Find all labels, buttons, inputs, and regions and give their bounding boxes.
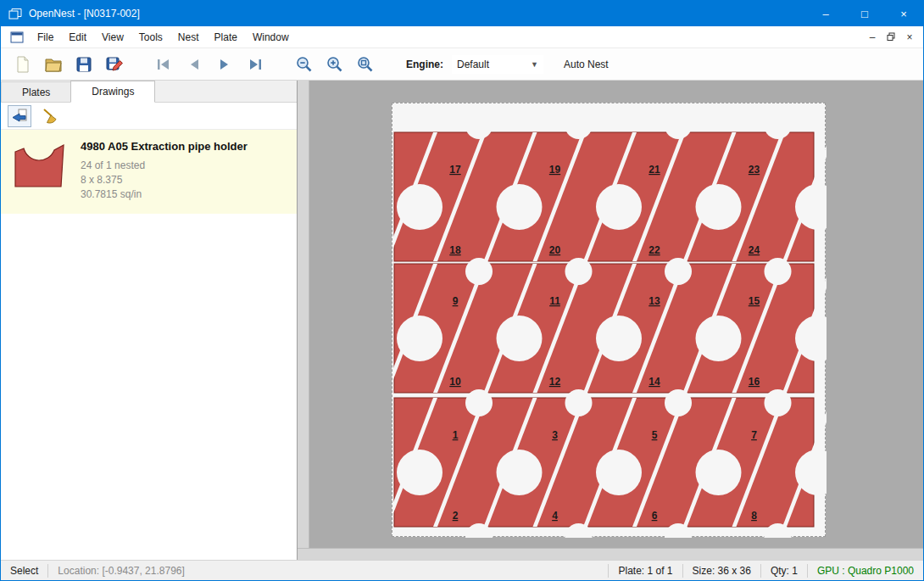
drawings-toolbar bbox=[1, 103, 297, 130]
tabstrip: Plates Drawings bbox=[1, 81, 297, 103]
canvas-viewport[interactable]: 171921231820222491113151012141613572468 bbox=[309, 81, 923, 548]
sidebar: Plates Drawings 4980 A05 Extraction pipe… bbox=[1, 81, 298, 560]
horizontal-scrollbar[interactable] bbox=[298, 548, 923, 560]
part-label[interactable]: 16 bbox=[749, 376, 760, 388]
save-button[interactable] bbox=[69, 52, 99, 77]
part-label[interactable]: 20 bbox=[549, 244, 561, 256]
go-first-button[interactable] bbox=[148, 52, 179, 77]
close-button[interactable]: × bbox=[884, 1, 923, 26]
nest-plate[interactable]: 171921231820222491113151012141613572468 bbox=[392, 103, 826, 537]
part-label[interactable]: 22 bbox=[648, 244, 660, 256]
status-qty: Qty: 1 bbox=[761, 565, 807, 577]
part-label[interactable]: 15 bbox=[749, 295, 760, 307]
part-label[interactable]: 4 bbox=[552, 510, 558, 522]
go-last-button[interactable] bbox=[240, 52, 270, 77]
app-icon bbox=[8, 8, 22, 20]
mdi-close-button[interactable]: × bbox=[903, 31, 916, 43]
status-gpu: GPU : Quadro P1000 bbox=[808, 565, 923, 577]
maximize-button[interactable]: □ bbox=[845, 1, 884, 26]
part-label[interactable]: 12 bbox=[549, 376, 561, 388]
part-label[interactable]: 11 bbox=[549, 295, 560, 307]
part-label[interactable]: 10 bbox=[449, 376, 461, 388]
go-last-icon bbox=[246, 55, 264, 74]
part-thumbnail bbox=[13, 140, 67, 189]
go-next-button[interactable] bbox=[209, 52, 240, 77]
open-folder-icon bbox=[44, 55, 63, 74]
import-drawing-icon bbox=[10, 107, 29, 126]
save-edit-icon bbox=[105, 55, 124, 74]
zoom-out-button[interactable] bbox=[289, 52, 320, 77]
tab-drawings[interactable]: Drawings bbox=[70, 81, 155, 103]
part-label[interactable]: 24 bbox=[749, 244, 760, 256]
part-label[interactable]: 13 bbox=[648, 295, 660, 307]
open-button[interactable] bbox=[38, 52, 69, 77]
menu-view[interactable]: View bbox=[94, 28, 131, 47]
part-label[interactable]: 17 bbox=[449, 164, 461, 176]
menu-nest[interactable]: Nest bbox=[170, 28, 207, 47]
part-label[interactable]: 19 bbox=[549, 164, 561, 176]
chevron-down-icon: ▼ bbox=[531, 60, 538, 69]
zoom-out-icon bbox=[295, 55, 314, 74]
status-plate: Plate: 1 of 1 bbox=[609, 565, 682, 577]
new-button[interactable] bbox=[8, 52, 38, 77]
drawing-list-item[interactable]: 4980 A05 Extraction pipe holder 24 of 1 … bbox=[1, 130, 297, 214]
window-title: OpenNest - [N0317-002] bbox=[29, 8, 140, 20]
drawing-dimensions: 8 x 8.375 bbox=[81, 173, 248, 187]
part-label[interactable]: 1 bbox=[453, 429, 459, 441]
drawing-area: 30.7815 sq/in bbox=[81, 187, 248, 202]
go-first-icon bbox=[154, 55, 173, 74]
part-label[interactable]: 14 bbox=[648, 376, 660, 388]
new-icon bbox=[14, 55, 32, 74]
save-edit-button[interactable] bbox=[99, 52, 130, 77]
vertical-scrollbar[interactable] bbox=[298, 81, 309, 548]
nest-plate-svg: 171921231820222491113151012141613572468 bbox=[392, 103, 827, 538]
minimize-button[interactable]: – bbox=[806, 1, 845, 26]
part-label[interactable]: 23 bbox=[749, 164, 760, 176]
engine-dropdown[interactable]: Default ▼ bbox=[452, 55, 543, 74]
mdi-minimize-button[interactable]: – bbox=[866, 31, 879, 43]
part-label[interactable]: 8 bbox=[751, 510, 757, 522]
menu-file[interactable]: File bbox=[30, 28, 61, 47]
toolbar: Engine: Default ▼ Auto Nest bbox=[1, 48, 923, 81]
import-drawing-button[interactable] bbox=[8, 105, 31, 127]
status-mode: Select bbox=[1, 565, 47, 577]
zoom-fit-icon bbox=[356, 55, 375, 74]
auto-nest-toggle[interactable]: Auto Nest bbox=[564, 59, 609, 70]
menu-window[interactable]: Window bbox=[245, 28, 297, 47]
menu-plate[interactable]: Plate bbox=[207, 28, 245, 47]
part-label[interactable]: 18 bbox=[449, 244, 461, 256]
statusbar: Select Location: [-0.9437, 21.8796] Plat… bbox=[1, 560, 923, 580]
go-next-icon bbox=[215, 55, 234, 74]
drawing-nested-count: 24 of 1 nested bbox=[81, 159, 248, 173]
part-label[interactable]: 2 bbox=[453, 510, 459, 522]
menu-edit[interactable]: Edit bbox=[61, 28, 94, 47]
part-label[interactable]: 7 bbox=[751, 429, 757, 441]
part-label[interactable]: 21 bbox=[648, 164, 660, 176]
engine-label: Engine: bbox=[406, 59, 443, 70]
part-label[interactable]: 3 bbox=[552, 429, 558, 441]
mdi-restore-button[interactable] bbox=[884, 32, 898, 42]
zoom-in-icon bbox=[326, 55, 344, 74]
app-window: OpenNest - [N0317-002] – □ × File Edit V… bbox=[0, 0, 924, 581]
tab-plates[interactable]: Plates bbox=[1, 81, 71, 102]
status-location: Location: [-0.9437, 21.8796] bbox=[48, 565, 193, 577]
titlebar: OpenNest - [N0317-002] – □ × bbox=[1, 1, 923, 26]
broom-icon bbox=[41, 107, 59, 126]
zoom-in-button[interactable] bbox=[320, 52, 350, 77]
nest-canvas: 171921231820222491113151012141613572468 bbox=[298, 81, 923, 560]
save-icon bbox=[75, 55, 93, 74]
zoom-fit-button[interactable] bbox=[350, 52, 381, 77]
part-label[interactable]: 6 bbox=[652, 510, 658, 522]
drawing-title: 4980 A05 Extraction pipe holder bbox=[81, 140, 248, 153]
part-label[interactable]: 9 bbox=[453, 295, 459, 307]
menubar: File Edit View Tools Nest Plate Window –… bbox=[1, 26, 923, 48]
document-icon bbox=[10, 31, 24, 43]
status-size: Size: 36 x 36 bbox=[683, 565, 760, 577]
engine-value: Default bbox=[457, 59, 489, 70]
go-previous-button[interactable] bbox=[179, 52, 209, 77]
clean-button[interactable] bbox=[38, 105, 62, 127]
go-previous-icon bbox=[185, 55, 203, 74]
part-label[interactable]: 5 bbox=[652, 429, 658, 441]
menu-tools[interactable]: Tools bbox=[131, 28, 170, 47]
